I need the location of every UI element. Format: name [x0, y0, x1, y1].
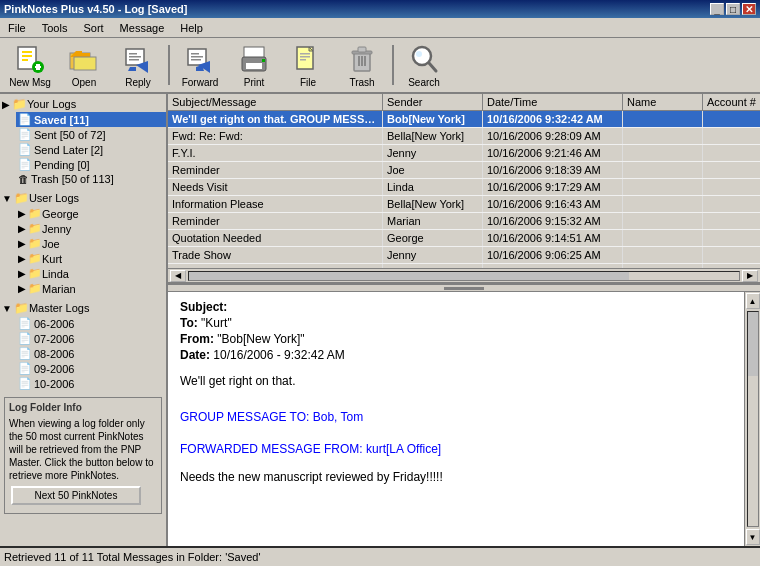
sidebar: ▶ 📁 Your Logs 📄 Saved [11] 📄 Sent [50 of… [0, 94, 168, 546]
master-logs-section: ▼ 📁 Master Logs 📄 06-2006 📄 07-2006 📄 [0, 298, 166, 393]
sidebar-062006[interactable]: 📄 06-2006 [16, 316, 166, 331]
close-button[interactable]: ✕ [742, 3, 756, 15]
sidebar-082006[interactable]: 📄 08-2006 [16, 346, 166, 361]
svg-rect-2 [22, 55, 32, 57]
sidebar-pending[interactable]: 📄 Pending [0] [16, 157, 166, 172]
next-50-button[interactable]: Next 50 PinkNotes [11, 486, 141, 505]
sent-label: Sent [50 of 72] [34, 129, 106, 141]
new-msg-label: New Msg [9, 77, 51, 88]
sidebar-072006[interactable]: 📄 07-2006 [16, 331, 166, 346]
log-icon-3: 📄 [18, 347, 32, 360]
horizontal-scrollbar[interactable]: ◀ ▶ [168, 268, 760, 282]
log-icon-2: 📄 [18, 332, 32, 345]
msg-name-5 [623, 179, 703, 195]
marian-label: Marian [42, 283, 76, 295]
sidebar-linda[interactable]: ▶ 📁 Linda [16, 266, 166, 281]
expand-icon: ▶ [2, 99, 10, 110]
forward-label: Forward [182, 77, 219, 88]
col-header-sender[interactable]: Sender [383, 94, 483, 110]
sidebar-092006[interactable]: 📄 09-2006 [16, 361, 166, 376]
table-row[interactable]: Reminder Joe 10/16/2006 9:18:39 AM [168, 162, 760, 179]
scroll-right-button[interactable]: ▶ [742, 270, 758, 282]
vertical-scrollbar[interactable]: ▲ ▼ [744, 292, 760, 546]
trash-label: Trash [349, 77, 374, 88]
sidebar-saved[interactable]: 📄 Saved [11] [16, 112, 166, 127]
scroll-down-button[interactable]: ▼ [746, 529, 760, 545]
log-info-title: Log Folder Info [9, 402, 157, 413]
your-logs-section: ▶ 📁 Your Logs 📄 Saved [11] 📄 Sent [50 of… [0, 94, 166, 188]
file-icon [292, 43, 324, 75]
menu-bar: File Tools Sort Message Help [0, 18, 760, 38]
sidebar-your-logs[interactable]: ▶ 📁 Your Logs [0, 96, 166, 112]
msg-datetime-2: 10/16/2006 9:28:09 AM [483, 128, 623, 144]
scroll-up-button[interactable]: ▲ [746, 293, 760, 309]
table-row[interactable]: Fwd: Re: Fwd: Bella[New York] 10/16/2006… [168, 128, 760, 145]
menu-message[interactable]: Message [112, 20, 173, 36]
table-row[interactable]: Reminder Marian 10/16/2006 9:15:32 AM [168, 213, 760, 230]
col-header-datetime[interactable]: Date/Time [483, 94, 623, 110]
msg-sender-6: Bella[New York] [383, 196, 483, 212]
menu-help[interactable]: Help [172, 20, 211, 36]
svg-rect-22 [300, 53, 310, 55]
v-scroll-track[interactable] [747, 311, 759, 527]
george-label: George [42, 208, 79, 220]
col-header-subject[interactable]: Subject/Message [168, 94, 383, 110]
linda-item: ▶ 📁 Linda [0, 266, 166, 281]
sidebar-joe[interactable]: ▶ 📁 Joe [16, 236, 166, 251]
table-row[interactable]: Information Please Bella[New York] 10/16… [168, 196, 760, 213]
sidebar-sent[interactable]: 📄 Sent [50 of 72] [16, 127, 166, 142]
sidebar-102006[interactable]: 📄 10-2006 [16, 376, 166, 391]
menu-tools[interactable]: Tools [34, 20, 76, 36]
preview-to-value: "Kurt" [201, 316, 232, 330]
scroll-track[interactable] [188, 271, 740, 281]
table-row[interactable]: We'll get right on that. GROUP MESSAG...… [168, 111, 760, 128]
file-button[interactable]: File [282, 40, 334, 90]
msg-name-6 [623, 196, 703, 212]
preview-subject-line: Subject: [180, 300, 732, 314]
splitter-handle [444, 287, 484, 290]
open-button[interactable]: Open [58, 40, 110, 90]
sidebar-sendlater[interactable]: 📄 Send Later [2] [16, 142, 166, 157]
sendlater-item: 📄 Send Later [2] [0, 142, 166, 157]
table-row[interactable]: Quotation Needed George 10/16/2006 9:14:… [168, 230, 760, 247]
trash-button[interactable]: Trash [336, 40, 388, 90]
new-msg-button[interactable]: New Msg [4, 40, 56, 90]
joe-item: ▶ 📁 Joe [0, 236, 166, 251]
sidebar-marian[interactable]: ▶ 📁 Marian [16, 281, 166, 296]
svg-rect-6 [35, 66, 41, 68]
marian-expand: ▶ [18, 283, 26, 294]
preview-from-line: From: "Bob[New York]" [180, 332, 732, 346]
new-msg-icon [14, 43, 46, 75]
log-info-box: Log Folder Info When viewing a log folde… [4, 397, 162, 514]
forward-button[interactable]: Forward [174, 40, 226, 90]
sidebar-user-logs[interactable]: ▼ 📁 User Logs [0, 190, 166, 206]
main-content: ▶ 📁 Your Logs 📄 Saved [11] 📄 Sent [50 of… [0, 94, 760, 546]
body-line-5: Needs the new manuscript reviewed by Fri… [180, 470, 732, 484]
menu-sort[interactable]: Sort [75, 20, 111, 36]
msg-account-7 [703, 213, 760, 229]
msg-account-3 [703, 145, 760, 161]
status-text: Retrieved 11 of 11 Total Messages in Fol… [4, 551, 261, 563]
msg-datetime-1: 10/16/2006 9:32:42 AM [483, 111, 623, 127]
from-label: From: [180, 332, 214, 346]
svg-rect-20 [262, 59, 265, 62]
print-button[interactable]: Print [228, 40, 280, 90]
body-line-3 [180, 424, 732, 438]
sidebar-jenny[interactable]: ▶ 📁 Jenny [16, 221, 166, 236]
sidebar-master-logs[interactable]: ▼ 📁 Master Logs [0, 300, 166, 316]
maximize-button[interactable]: □ [726, 3, 740, 15]
minimize-button[interactable]: _ [710, 3, 724, 15]
sidebar-kurt[interactable]: ▶ 📁 Kurt [16, 251, 166, 266]
sidebar-george[interactable]: ▶ 📁 George [16, 206, 166, 221]
pane-splitter[interactable] [168, 284, 760, 292]
reply-button[interactable]: Reply [112, 40, 164, 90]
table-row[interactable]: Trade Show Jenny 10/16/2006 9:06:25 AM [168, 247, 760, 264]
table-row[interactable]: F.Y.I. Jenny 10/16/2006 9:21:46 AM [168, 145, 760, 162]
table-row[interactable]: Needs Visit Linda 10/16/2006 9:17:29 AM [168, 179, 760, 196]
col-header-name[interactable]: Name [623, 94, 703, 110]
scroll-left-button[interactable]: ◀ [170, 270, 186, 282]
sidebar-trash[interactable]: 🗑 Trash [50 of 113] [16, 172, 166, 186]
col-header-account[interactable]: Account # [703, 94, 760, 110]
search-button[interactable]: Search [398, 40, 450, 90]
menu-file[interactable]: File [0, 20, 34, 36]
